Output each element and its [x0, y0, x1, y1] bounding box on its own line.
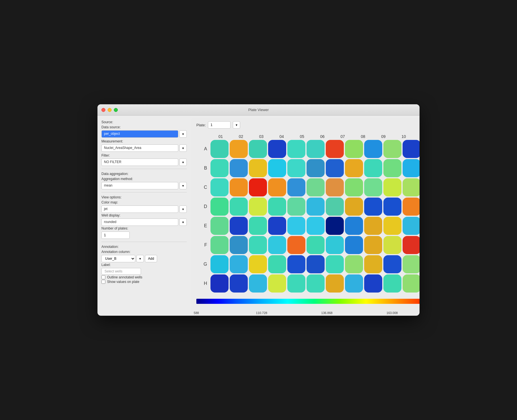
outline-checkbox[interactable]: [101, 275, 105, 279]
measurement-select[interactable]: Nuclei_AreaShape_Area: [101, 144, 178, 152]
plate-select-input[interactable]: [208, 121, 231, 129]
well-G04[interactable]: [268, 255, 286, 273]
well-G05[interactable]: [287, 255, 305, 273]
color-map-select[interactable]: jet: [101, 205, 178, 213]
well-E04[interactable]: [268, 217, 286, 235]
well-B03[interactable]: [249, 159, 267, 177]
well-A08[interactable]: [345, 140, 363, 158]
well-A07[interactable]: [326, 140, 344, 158]
well-A09[interactable]: [364, 140, 382, 158]
well-E10[interactable]: [383, 217, 401, 235]
filter-select[interactable]: NO FILTER: [101, 159, 178, 166]
well-D02[interactable]: [230, 198, 248, 216]
well-A01[interactable]: [210, 140, 229, 158]
well-F10[interactable]: [383, 236, 401, 254]
annotation-column-select[interactable]: User_B: [101, 255, 135, 262]
close-button[interactable]: [101, 108, 105, 112]
well-E06[interactable]: [307, 217, 325, 235]
well-B07[interactable]: [326, 159, 344, 177]
well-A06[interactable]: [307, 140, 325, 158]
well-E01[interactable]: [210, 217, 229, 235]
well-D04[interactable]: [268, 198, 286, 216]
well-C03[interactable]: [249, 178, 267, 196]
data-source-select[interactable]: per_object: [101, 130, 178, 138]
well-A04[interactable]: [268, 140, 286, 158]
filter-dropdown-btn[interactable]: ▼: [179, 159, 187, 166]
well-F06[interactable]: [307, 236, 325, 254]
well-F04[interactable]: [268, 236, 286, 254]
well-C09[interactable]: [364, 178, 382, 196]
data-source-dropdown-btn[interactable]: ▼: [179, 130, 187, 138]
well-C11[interactable]: [403, 178, 420, 196]
well-C08[interactable]: [345, 178, 363, 196]
well-G01[interactable]: [210, 255, 229, 273]
well-D03[interactable]: [249, 198, 267, 216]
well-E09[interactable]: [364, 217, 382, 235]
well-D09[interactable]: [364, 198, 382, 216]
well-B08[interactable]: [345, 159, 363, 177]
well-F11[interactable]: [403, 236, 420, 254]
measurement-dropdown-btn[interactable]: ▼: [179, 144, 187, 152]
well-A03[interactable]: [249, 140, 267, 158]
well-E03[interactable]: [249, 217, 267, 235]
add-annotation-button[interactable]: Add: [145, 255, 157, 262]
well-H06[interactable]: [307, 274, 325, 293]
well-H04[interactable]: [268, 274, 286, 293]
well-G07[interactable]: [326, 255, 344, 273]
well-D01[interactable]: [210, 198, 229, 216]
well-H09[interactable]: [364, 274, 382, 293]
well-display-dropdown-btn[interactable]: ▼: [179, 218, 187, 226]
well-B06[interactable]: [307, 159, 325, 177]
show-values-checkbox[interactable]: [101, 280, 105, 284]
well-A10[interactable]: [383, 140, 401, 158]
select-wells-button[interactable]: Select wells: [101, 268, 141, 275]
well-C01[interactable]: [210, 178, 229, 196]
maximize-button[interactable]: [114, 108, 118, 112]
well-D08[interactable]: [345, 198, 363, 216]
well-F07[interactable]: [326, 236, 344, 254]
well-H10[interactable]: [383, 274, 401, 293]
well-C07[interactable]: [326, 178, 344, 196]
well-C06[interactable]: [307, 178, 325, 196]
well-E02[interactable]: [230, 217, 248, 235]
well-G08[interactable]: [345, 255, 363, 273]
well-D07[interactable]: [326, 198, 344, 216]
annotation-column-dropdown-btn[interactable]: ▼: [136, 255, 144, 262]
well-B09[interactable]: [364, 159, 382, 177]
well-A05[interactable]: [287, 140, 305, 158]
well-B10[interactable]: [383, 159, 401, 177]
color-map-dropdown-btn[interactable]: ▼: [179, 205, 187, 213]
well-display-select[interactable]: rounded: [101, 218, 178, 226]
plate-dropdown-btn[interactable]: ▼: [233, 121, 240, 129]
well-B02[interactable]: [230, 159, 248, 177]
well-B01[interactable]: [210, 159, 229, 177]
well-H11[interactable]: [403, 274, 420, 293]
well-C04[interactable]: [268, 178, 286, 196]
well-G06[interactable]: [307, 255, 325, 273]
well-C10[interactable]: [383, 178, 401, 196]
well-G11[interactable]: [403, 255, 420, 273]
well-F03[interactable]: [249, 236, 267, 254]
aggregation-select[interactable]: mean: [101, 182, 178, 189]
well-D10[interactable]: [383, 198, 401, 216]
well-G10[interactable]: [383, 255, 401, 273]
well-E05[interactable]: [287, 217, 305, 235]
aggregation-dropdown-btn[interactable]: ▼: [179, 182, 187, 189]
well-D05[interactable]: [287, 198, 305, 216]
well-B11[interactable]: [403, 159, 420, 177]
well-H01[interactable]: [210, 274, 229, 293]
well-C05[interactable]: [287, 178, 305, 196]
well-G03[interactable]: [249, 255, 267, 273]
well-H05[interactable]: [287, 274, 305, 293]
well-E07[interactable]: [326, 217, 344, 235]
well-F02[interactable]: [230, 236, 248, 254]
well-D06[interactable]: [307, 198, 325, 216]
well-A11[interactable]: [403, 140, 420, 158]
well-H07[interactable]: [326, 274, 344, 293]
well-A02[interactable]: [230, 140, 248, 158]
well-H03[interactable]: [249, 274, 267, 293]
well-E08[interactable]: [345, 217, 363, 235]
well-F08[interactable]: [345, 236, 363, 254]
well-C02[interactable]: [230, 178, 248, 196]
minimize-button[interactable]: [108, 108, 112, 112]
